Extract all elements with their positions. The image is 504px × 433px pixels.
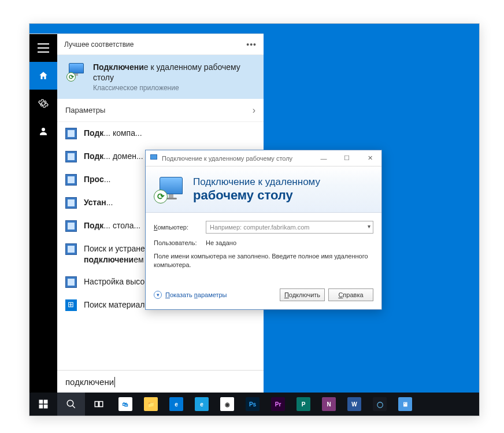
settings-item-icon <box>65 243 77 255</box>
rdp-dialog: Подключение к удаленному рабочему столу … <box>145 150 382 310</box>
svg-point-3 <box>42 128 45 131</box>
params-section[interactable]: Параметры › <box>57 99 264 122</box>
computer-combobox[interactable]: Например: computer.fabrikam.com ▾ <box>206 221 373 234</box>
rdp-banner-icon <box>154 176 185 203</box>
settings-item-icon <box>65 220 77 232</box>
best-match-header: Лучшее соответствие ••• <box>57 34 264 55</box>
edge-icon: e <box>169 397 183 411</box>
home-button[interactable] <box>29 62 57 90</box>
hamburger-button[interactable] <box>29 34 57 62</box>
expand-icon: ▾ <box>154 291 162 299</box>
folder-icon: 📁 <box>144 397 158 411</box>
word-icon: W <box>347 397 361 411</box>
taskbar-app-premiere[interactable]: Pr <box>265 393 291 416</box>
svg-rect-10 <box>95 402 98 407</box>
svg-rect-6 <box>39 405 43 409</box>
maximize-button[interactable]: ☐ <box>335 150 358 166</box>
taskbar-app-ie[interactable]: e <box>189 393 214 416</box>
result-text: Поиск материалов <box>84 299 154 310</box>
onenote-icon: N <box>322 397 336 411</box>
rdp-footer: ▾ Показать параметры Подключить Справка <box>146 284 381 309</box>
publisher-icon: P <box>297 397 310 411</box>
premiere-icon: Pr <box>271 397 285 411</box>
minimize-button[interactable]: — <box>312 150 335 166</box>
user-rail-button[interactable] <box>29 117 57 145</box>
settings-item-icon <box>65 197 77 209</box>
start-button[interactable] <box>29 393 57 416</box>
rdp-icon: 🖥 <box>398 397 412 411</box>
svg-line-9 <box>72 405 75 408</box>
windows-icon <box>65 299 77 311</box>
rdp-title-icon <box>149 154 158 163</box>
rdp-title-text: Подключение к удаленному рабочему столу <box>162 155 312 162</box>
taskbar-app-folder[interactable]: 📁 <box>138 393 164 416</box>
taskbar-app-chrome[interactable]: ◉ <box>214 393 240 416</box>
taskbar-app-steam[interactable]: ◯ <box>367 393 392 416</box>
svg-rect-4 <box>39 400 43 404</box>
chevron-right-icon: › <box>253 105 255 116</box>
svg-point-8 <box>67 400 73 406</box>
store-icon: 🛍 <box>118 397 132 411</box>
best-match-text: Подключение к удаленному рабочему столу … <box>93 62 255 92</box>
more-icon[interactable]: ••• <box>246 40 257 49</box>
chevron-down-icon: ▾ <box>368 223 370 230</box>
result-text: Прос... <box>84 174 110 184</box>
result-text: Устан... <box>84 197 113 208</box>
rdp-body: Компьютер: Например: computer.fabrikam.c… <box>146 213 381 284</box>
banner-line2: рабочему столу <box>193 188 320 203</box>
taskbar-app-onenote[interactable]: N <box>316 393 342 416</box>
taskbar-app-photoshop[interactable]: Ps <box>240 393 265 416</box>
computer-label: Компьютер: <box>154 224 200 231</box>
steam-icon: ◯ <box>373 397 387 411</box>
help-button[interactable]: Справка <box>328 288 373 301</box>
params-label: Параметры <box>65 106 105 114</box>
svg-rect-7 <box>44 405 48 409</box>
settings-item-icon <box>65 276 77 288</box>
best-match-label: Лучшее соответствие <box>64 40 134 49</box>
user-label: Пользователь: <box>154 239 200 246</box>
show-options-link[interactable]: ▾ Показать параметры <box>154 291 276 299</box>
rdp-banner: Подключение к удаленному рабочему столу <box>146 166 381 213</box>
result-text: Подк... компа... <box>84 128 142 138</box>
user-value: Не задано <box>206 239 236 246</box>
svg-rect-0 <box>38 43 49 45</box>
settings-item-icon <box>65 174 77 186</box>
svg-rect-2 <box>38 51 49 53</box>
ie-icon: e <box>195 397 209 411</box>
taskbar-app-store[interactable]: 🛍 <box>113 393 138 416</box>
taskbar-app-publisher[interactable]: P <box>291 393 316 416</box>
settings-item-icon <box>65 151 77 162</box>
search-result-item[interactable]: Подк... компа... <box>57 122 264 145</box>
result-text: Подк... домен... <box>84 151 143 161</box>
search-input[interactable]: подключени <box>57 370 264 393</box>
task-view-button[interactable] <box>85 393 113 416</box>
rdp-app-icon <box>65 62 86 83</box>
taskbar: 🛍📁ee◉PsPrPNW◯🖥 <box>29 393 479 416</box>
taskbar-app-word[interactable]: W <box>342 393 367 416</box>
desktop: Лучшее соответствие ••• Подключение к уд… <box>29 23 480 416</box>
close-button[interactable]: ✕ <box>358 150 381 166</box>
connect-button[interactable]: Подключить <box>280 288 325 301</box>
taskbar-app-rdp[interactable]: 🖥 <box>392 393 418 416</box>
settings-item-icon <box>65 128 77 139</box>
svg-rect-5 <box>44 400 48 404</box>
settings-rail-button[interactable] <box>29 90 57 117</box>
photoshop-icon: Ps <box>246 397 260 411</box>
taskbar-search-button[interactable] <box>57 393 85 416</box>
banner-line1: Подключение к удаленному <box>193 176 320 188</box>
start-rail <box>29 34 57 393</box>
taskbar-app-edge[interactable]: e <box>164 393 189 416</box>
chrome-icon: ◉ <box>220 397 234 411</box>
rdp-message: Поле имени компьютера не заполнено. Введ… <box>154 252 373 270</box>
best-match-item[interactable]: Подключение к удаленному рабочему столу … <box>57 55 264 99</box>
rdp-titlebar[interactable]: Подключение к удаленному рабочему столу … <box>146 150 381 166</box>
svg-rect-11 <box>99 402 103 407</box>
result-text: Подк... стола... <box>84 220 140 231</box>
svg-rect-1 <box>38 47 49 49</box>
